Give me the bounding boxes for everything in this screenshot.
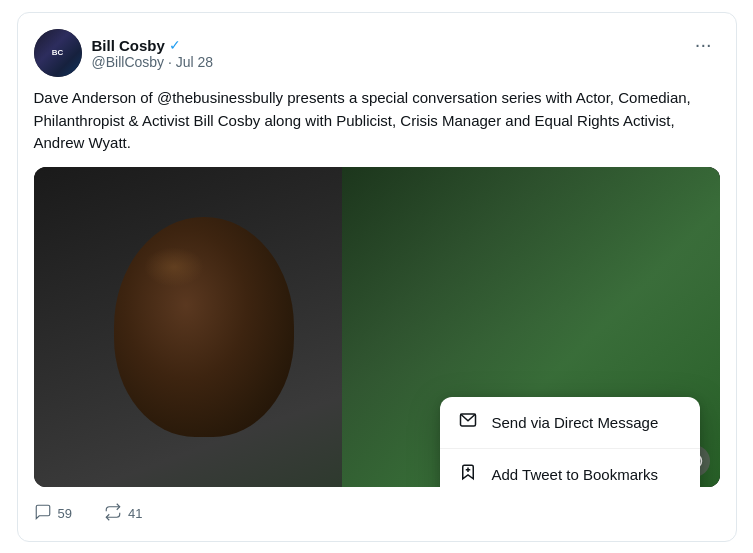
avatar-initials: BC — [52, 49, 64, 58]
face-shape — [114, 217, 294, 437]
context-menu: Send via Direct Message Add Tweet to Boo… — [440, 397, 700, 487]
tweet-text: Dave Anderson of @thebusinessbully prese… — [34, 87, 720, 155]
separator: · — [168, 54, 176, 70]
menu-item-dm-label: Send via Direct Message — [492, 414, 659, 431]
menu-item-dm[interactable]: Send via Direct Message — [440, 397, 700, 449]
dm-icon — [458, 411, 478, 434]
avatar[interactable]: BC — [34, 29, 82, 77]
user-handle-date: @BillCosby · Jul 28 — [92, 54, 214, 70]
comment-action[interactable]: 59 — [34, 503, 72, 525]
retweet-action[interactable]: 41 — [104, 503, 142, 525]
tweet-actions: 59 41 — [34, 499, 720, 525]
bookmark-icon — [458, 463, 478, 486]
tweet-header-left: BC Bill Cosby ✓ @BillCosby · Jul 28 — [34, 29, 214, 77]
comment-icon — [34, 503, 52, 525]
media-container[interactable]: Send via Direct Message Add Tweet to Boo… — [34, 167, 720, 487]
menu-item-bookmark[interactable]: Add Tweet to Bookmarks — [440, 449, 700, 487]
user-name[interactable]: Bill Cosby — [92, 37, 165, 54]
retweet-icon — [104, 503, 122, 525]
face-silhouette — [94, 187, 334, 477]
user-handle[interactable]: @BillCosby — [92, 54, 165, 70]
face-highlight — [144, 247, 204, 287]
tweet-card: BC Bill Cosby ✓ @BillCosby · Jul 28 ··· … — [17, 12, 737, 542]
retweet-count: 41 — [128, 506, 142, 521]
user-name-row: Bill Cosby ✓ — [92, 37, 214, 54]
tweet-date: Jul 28 — [176, 54, 213, 70]
user-info: Bill Cosby ✓ @BillCosby · Jul 28 — [92, 37, 214, 70]
menu-item-bookmark-label: Add Tweet to Bookmarks — [492, 466, 658, 483]
more-options-button[interactable]: ··· — [687, 29, 720, 60]
comment-count: 59 — [58, 506, 72, 521]
verified-icon: ✓ — [169, 37, 181, 53]
tweet-header: BC Bill Cosby ✓ @BillCosby · Jul 28 ··· — [34, 29, 720, 77]
